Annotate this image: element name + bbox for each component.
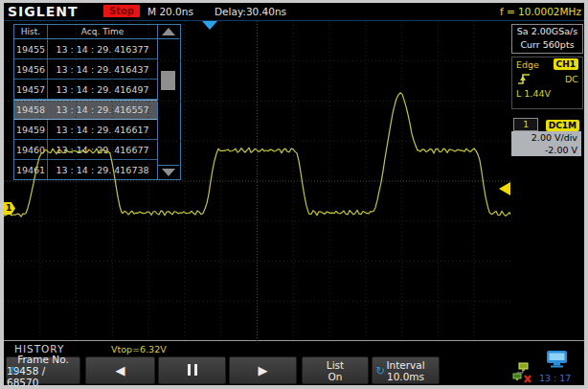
- trigger-type-label: Edge: [516, 59, 539, 70]
- right-sidebar: Sa 2.00GSa/s Curr 560pts Edge CH1 DC L 1…: [510, 21, 584, 340]
- acq-time-cell: 13 : 14 : 29. 416497: [48, 80, 157, 99]
- top-status-bar: SIGLENT Stop M 20.0ns Delay:30.40ns f = …: [4, 3, 584, 21]
- scrollbar-thumb[interactable]: [161, 71, 175, 90]
- channel-number-chip: 1: [513, 118, 538, 131]
- acq-time-column-header: Acq. Time: [48, 25, 157, 38]
- trigger-coupling-label: DC: [565, 74, 578, 84]
- acquisition-info-box: Sa 2.00GSa/s Curr 560pts: [511, 24, 583, 54]
- table-row[interactable]: 1946013 : 14 : 29. 416677: [14, 140, 157, 160]
- history-rows: 1945513 : 14 : 29. 4163771945613 : 14 : …: [14, 39, 157, 179]
- channel-coupling-chip: DC1M: [546, 120, 579, 131]
- table-row[interactable]: 1945613 : 14 : 29. 416437: [14, 59, 157, 80]
- knob-icon: ↻: [375, 365, 385, 377]
- list-label: List: [327, 359, 344, 371]
- hist-cell: 19460: [14, 140, 48, 159]
- clock-readout: 13 : 17: [539, 373, 571, 383]
- down-arrow-icon: [162, 169, 175, 176]
- lan-status-icon[interactable]: [512, 362, 533, 384]
- table-row[interactable]: 1946113 : 14 : 29. 416738: [14, 160, 157, 179]
- status-icon-area: 13 : 17: [508, 346, 584, 385]
- acq-time-cell: 13 : 14 : 29. 416437: [48, 59, 157, 79]
- channel-offset-readout: -2.00 V: [515, 144, 577, 156]
- prev-frame-button[interactable]: ◀: [85, 356, 155, 384]
- prev-arrow-icon: ◀: [116, 365, 125, 377]
- trigger-source-chip: CH1: [554, 58, 578, 70]
- hist-cell: 19457: [14, 80, 48, 99]
- vtop-measurement: Vtop=6.32V: [111, 344, 167, 355]
- list-state: On: [328, 371, 343, 382]
- rising-edge-icon: [516, 72, 531, 86]
- hist-cell: 19461: [14, 160, 48, 179]
- hist-cell: 19456: [14, 59, 48, 79]
- frequency-readout: f = 10.0002MHz: [500, 6, 581, 17]
- interval-value: 10.0ms: [387, 371, 424, 382]
- pause-button[interactable]: [158, 356, 226, 384]
- pause-icon: [186, 364, 199, 378]
- trigger-info-box[interactable]: Edge CH1 DC L 1.44V: [511, 57, 583, 109]
- scrollbar-up-button[interactable]: [158, 25, 179, 39]
- waveform-area: 1 Hist. Acq. Time 1945513 : 14 : 29. 416…: [4, 21, 510, 341]
- play-arrow-icon: ▶: [259, 365, 268, 377]
- history-table-header: Hist. Acq. Time: [14, 25, 157, 39]
- interval-button[interactable]: ↻ Interval 10.0ms: [372, 356, 440, 384]
- scrollbar-down-button[interactable]: [158, 165, 179, 179]
- play-button[interactable]: ▶: [229, 356, 297, 384]
- points-readout: Curr 560pts: [512, 38, 582, 52]
- delay-readout[interactable]: Delay:30.40ns: [215, 6, 286, 17]
- interval-label: Interval: [386, 359, 424, 371]
- frame-no-button[interactable]: ↻ Frame No. 19458 / 68570: [6, 356, 80, 384]
- acq-time-cell: 13 : 14 : 29. 416557: [48, 101, 157, 119]
- list-on-button[interactable]: List On: [302, 356, 369, 384]
- hist-cell: 19459: [14, 120, 48, 139]
- history-scrollbar[interactable]: [157, 25, 179, 179]
- history-table: Hist. Acq. Time 1945513 : 14 : 29. 41637…: [13, 24, 181, 180]
- trigger-position-marker[interactable]: [202, 21, 217, 30]
- timebase-readout[interactable]: M 20.0ns: [147, 6, 193, 17]
- bottom-separator: [4, 340, 584, 341]
- channel-scale-readout: 2.00 V/div: [515, 131, 577, 144]
- channel1-info-box[interactable]: 1 DC1M 2.00 V/div -2.00 V: [511, 117, 581, 156]
- scope-display: SIGLENT Stop M 20.0ns Delay:30.40ns f = …: [4, 3, 584, 385]
- oscilloscope-screenshot: SIGLENT Stop M 20.0ns Delay:30.40ns f = …: [0, 0, 588, 389]
- table-row[interactable]: 1945513 : 14 : 29. 416377: [14, 39, 157, 59]
- trigger-level-readout: L 1.44V: [516, 88, 551, 99]
- screen-status-icon[interactable]: [546, 350, 568, 368]
- hist-cell: 19458: [14, 101, 48, 119]
- softkey-menu-row: ↻ Frame No. 19458 / 68570 ◀ ▶ List On ↻ …: [4, 356, 584, 385]
- acq-time-cell: 13 : 14 : 29. 416738: [48, 160, 157, 179]
- table-row[interactable]: 1945813 : 14 : 29. 416557: [14, 100, 157, 120]
- trigger-level-marker[interactable]: [499, 182, 510, 195]
- table-row[interactable]: 1945713 : 14 : 29. 416497: [14, 80, 157, 100]
- up-arrow-icon: [162, 28, 175, 35]
- frame-no-label: Frame No.: [17, 354, 68, 365]
- acq-time-cell: 13 : 14 : 29. 416617: [48, 120, 157, 139]
- acq-time-cell: 13 : 14 : 29. 416377: [48, 39, 157, 58]
- bottom-info-row: HISTORY Vtop=6.32V: [4, 342, 584, 355]
- table-row[interactable]: 1945913 : 14 : 29. 416617: [14, 120, 157, 140]
- hist-column-header: Hist.: [14, 25, 48, 38]
- run-state-badge[interactable]: Stop: [103, 5, 140, 17]
- acq-time-cell: 13 : 14 : 29. 416677: [48, 140, 157, 159]
- knob-icon: ↻: [10, 365, 19, 377]
- siglent-logo: SIGLENT: [8, 4, 79, 19]
- hist-cell: 19455: [14, 39, 48, 58]
- sample-rate-readout: Sa 2.00GSa/s: [512, 25, 582, 38]
- channel1-position-marker[interactable]: 1: [4, 202, 15, 215]
